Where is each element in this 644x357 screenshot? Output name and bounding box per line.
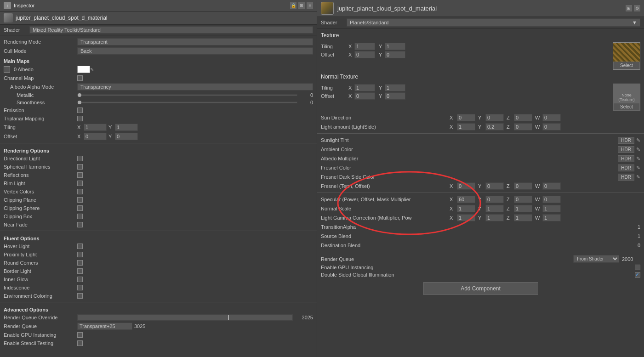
normal-select-btn[interactable]: Select [613, 103, 640, 111]
light-amount-z-input[interactable] [514, 123, 532, 130]
fresnel-dark-side-hdr-btn[interactable]: HDR [618, 174, 634, 181]
offset-x-input[interactable] [84, 133, 107, 140]
cull-mode-dropdown[interactable]: Back [77, 47, 313, 55]
specular-w-input[interactable] [542, 196, 561, 203]
right-panel-layout-btn[interactable]: ⊞ [626, 5, 632, 11]
light-gamma-w-input[interactable] [542, 214, 561, 221]
sun-direction-x-input[interactable] [457, 114, 475, 121]
normal-scale-y-input[interactable] [485, 205, 504, 212]
albedo-alpha-mode-dropdown[interactable]: Transparency [77, 83, 313, 91]
ambient-color-edit-icon[interactable]: ✎ [636, 147, 640, 153]
left-gpu-instancing-checkbox[interactable] [77, 332, 83, 338]
vertex-colors-checkbox[interactable] [77, 189, 83, 194]
right-render-queue-dropdown[interactable]: From Shader [573, 255, 619, 263]
normal-scale-x-input[interactable] [457, 205, 475, 212]
ambient-color-hdr-btn[interactable]: HDR [618, 146, 634, 153]
fresnel-term-x-input[interactable] [457, 182, 475, 190]
environment-coloring-checkbox[interactable] [77, 293, 83, 299]
normal-scale-z-input[interactable] [514, 205, 532, 212]
texture-offset-y-input[interactable] [385, 51, 405, 58]
reflections-checkbox[interactable] [77, 172, 83, 178]
shader-dropdown[interactable]: Mixed Reality Toolkit/Standard [29, 26, 313, 34]
enable-stencil-checkbox[interactable] [77, 340, 83, 346]
menu-button[interactable]: ≡ [307, 2, 313, 9]
texture-tiling-x-input[interactable] [354, 43, 375, 50]
transition-alpha-value: 1 [450, 224, 640, 230]
right-gpu-instancing-checkbox[interactable] [635, 265, 640, 270]
normal-tiling-x-input[interactable] [354, 84, 375, 91]
render-queue-dropdown[interactable]: Transparent+25 [77, 323, 132, 330]
right-shader-dropdown[interactable]: Planets/Standard ▼ [347, 18, 640, 27]
fresnel-term-y-input[interactable] [485, 182, 504, 190]
clipping-sphere-checkbox[interactable] [77, 205, 83, 211]
iridescence-checkbox[interactable] [77, 285, 83, 290]
light-amount-w-input[interactable] [542, 123, 561, 130]
light-amount-y-input[interactable] [485, 123, 504, 130]
normal-offset-x-input[interactable] [354, 92, 375, 100]
fresnel-color-hdr-btn[interactable]: HDR [618, 164, 634, 171]
emission-checkbox[interactable] [77, 108, 83, 113]
metallic-slider[interactable] [77, 94, 297, 96]
clipping-box-checkbox[interactable] [77, 214, 83, 219]
clipping-plane-checkbox[interactable] [77, 197, 83, 203]
albedo-edit-icon[interactable]: ✎ [90, 67, 94, 72]
specular-z-input[interactable] [514, 196, 532, 203]
rendering-mode-dropdown[interactable]: Transparent [77, 38, 313, 45]
border-light-checkbox[interactable] [77, 268, 83, 274]
light-amount-row: Light amount (LightSide) X Y Z [317, 122, 644, 131]
lock-button[interactable]: 🔒 [290, 2, 296, 9]
add-component-button[interactable]: Add Component [423, 282, 538, 295]
specular-y-input[interactable] [485, 196, 504, 203]
albedo-multiplier-hdr-btn[interactable]: HDR [618, 155, 634, 162]
tiling-y-input[interactable] [115, 124, 138, 131]
directional-light-checkbox[interactable] [77, 156, 83, 161]
normal-scale-w: W [535, 205, 561, 212]
tiling-x-input[interactable] [84, 124, 107, 131]
channel-map-checkbox[interactable] [77, 75, 83, 81]
proximity-light-checkbox[interactable] [77, 252, 83, 257]
rendering-mode-label: Rendering Mode [4, 39, 77, 45]
normal-tiling-y-input[interactable] [385, 84, 405, 91]
normal-texture-thumbnail: None(Texture) Select [613, 84, 640, 111]
texture-offset-x-input[interactable] [354, 51, 375, 58]
sunlight-tint-edit-icon[interactable]: ✎ [636, 137, 640, 143]
normal-scale-w-input[interactable] [542, 205, 561, 212]
right-panel-settings-btn[interactable]: ⚙ [634, 5, 640, 11]
normal-offset-y-input[interactable] [385, 92, 405, 100]
fresnel-term-w-input[interactable] [542, 182, 561, 190]
sunlight-tint-hdr-btn[interactable]: HDR [618, 137, 634, 144]
light-amount-x-input[interactable] [457, 123, 475, 130]
double-sided-gi-checkbox[interactable] [635, 272, 640, 278]
inner-glow-checkbox[interactable] [77, 277, 83, 282]
sun-direction-y-input[interactable] [485, 114, 504, 121]
fresnel-term-z-input[interactable] [514, 182, 532, 190]
albedo-multiplier-edit-icon[interactable]: ✎ [636, 156, 640, 162]
albedo-color-swatch[interactable] [77, 66, 90, 73]
fresnel-dark-side-edit-icon[interactable]: ✎ [636, 174, 640, 180]
layout-button[interactable]: ⊞ [298, 2, 305, 9]
sun-direction-w-input[interactable] [542, 114, 561, 121]
fresnel-color-edit-icon[interactable]: ✎ [636, 165, 640, 171]
light-gamma-z-input[interactable] [514, 214, 532, 221]
sun-direction-z-input[interactable] [514, 114, 532, 121]
source-blend-value: 1 [450, 233, 640, 239]
spherical-harmonics-checkbox[interactable] [77, 164, 83, 170]
texture-tiling-xy: X Y [348, 43, 609, 50]
right-render-queue-value: 2000 [622, 256, 640, 262]
triplanar-checkbox[interactable] [77, 116, 83, 121]
hover-light-checkbox[interactable] [77, 244, 83, 249]
offset-y-input[interactable] [115, 133, 138, 140]
rim-light-checkbox[interactable] [77, 181, 83, 186]
specular-x-input[interactable] [457, 196, 475, 203]
round-corners-checkbox[interactable] [77, 260, 83, 266]
smoothness-slider[interactable] [77, 102, 297, 103]
render-queue-override-slider[interactable] [77, 314, 293, 321]
light-gamma-x-input[interactable] [457, 214, 475, 221]
emission-label: Emission [4, 108, 77, 113]
light-gamma-y-input[interactable] [485, 214, 504, 221]
environment-coloring-label: Environment Coloring [4, 293, 77, 299]
normal-tiling-y-axis: Y [379, 85, 383, 91]
near-fade-checkbox[interactable] [77, 222, 83, 227]
texture-tiling-y-input[interactable] [385, 43, 405, 50]
texture-select-btn[interactable]: Select [613, 62, 640, 69]
